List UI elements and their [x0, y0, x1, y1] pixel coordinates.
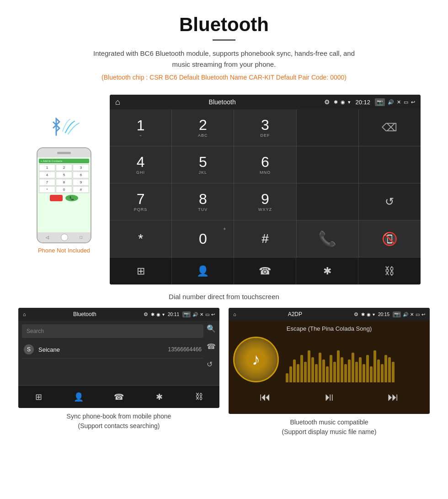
bluetooth-status-icon: ✱ [334, 99, 338, 105]
music-device: ⌂ A2DP ⚙ ✱◉▾ 20:15 📷 🔊 ✕ ▭ ↩ Escape (The… [229, 308, 430, 414]
volume-icon[interactable]: 🔊 [388, 99, 394, 105]
phone-not-included-label: Phone Not Included [38, 247, 90, 254]
contact-row[interactable]: S Seicane 13566664466 [22, 341, 203, 359]
nav-phone[interactable]: ☎ [234, 258, 296, 284]
pb-back[interactable]: ↩ [211, 312, 215, 317]
search-placeholder: Search [27, 328, 44, 334]
main-section: + Add to Contacts 123 456 789 *0# 📞 ◁ □ … [0, 90, 448, 289]
cnav-contacts[interactable]: 👤 [59, 386, 99, 408]
pb-window[interactable]: ▭ [205, 312, 209, 317]
mus-home-icon[interactable]: ⌂ [233, 311, 236, 317]
key-5[interactable]: 5JKL [172, 146, 234, 183]
cnav-link[interactable]: ⛓ [179, 386, 219, 408]
phonebook-block: ⌂ Bluetooth ⚙ ✱◉▾ 20:11 📷 🔊 ✕ ▭ ↩ Search [18, 308, 219, 437]
play-pause-button[interactable]: ⏯ [315, 387, 344, 407]
search-bar[interactable]: Search [22, 324, 203, 338]
key-1[interactable]: 1⌁ [110, 109, 171, 146]
reload-side-icon[interactable]: ↺ [207, 360, 216, 369]
title-divider [213, 39, 235, 41]
music-bar [319, 353, 321, 382]
usb-icon: ⚙ [324, 98, 330, 106]
music-bar [304, 362, 307, 382]
music-bar [388, 357, 391, 382]
dialpad-area: 1⌁ 2ABC 3DEF ⌫ 4GHI 5JKL [110, 109, 421, 257]
music-caption: Bluetooth music compatible (Support disp… [282, 418, 377, 437]
pb-volume[interactable]: 🔊 [192, 312, 198, 317]
mus-back[interactable]: ↩ [421, 312, 425, 317]
phonebook-status-bar: ⌂ Bluetooth ⚙ ✱◉▾ 20:11 📷 🔊 ✕ ▭ ↩ [18, 308, 219, 321]
nav-link[interactable]: ⛓ [358, 258, 421, 284]
music-bar [337, 350, 340, 382]
nav-dialpad[interactable]: ⊞ [110, 258, 172, 284]
phone-screen: + Add to Contacts 123 456 789 *0# 📞 [37, 157, 91, 232]
contact-number: 13566664466 [168, 346, 202, 353]
phonebook-device: ⌂ Bluetooth ⚙ ✱◉▾ 20:11 📷 🔊 ✕ ▭ ↩ Search [18, 308, 219, 408]
status-time: 20:12 [355, 99, 370, 106]
mus-window[interactable]: ▭ [416, 312, 420, 317]
music-bar [315, 364, 318, 382]
page-header: Bluetooth Integrated with BC6 Bluetooth … [0, 0, 448, 90]
nav-contacts[interactable]: 👤 [172, 258, 234, 284]
key-7[interactable]: 7PQRS [110, 183, 171, 220]
side-icons: 🔍 ☎ ↺ [207, 324, 216, 369]
phone-side: + Add to Contacts 123 456 789 *0# 📞 ◁ □ … [27, 113, 101, 254]
home-icon[interactable]: ⌂ [115, 97, 120, 107]
album-art: ♪ [233, 337, 279, 382]
cnav-bluetooth[interactable]: ✱ [139, 386, 179, 408]
pb-caption-2: (Support contacts searching) [78, 422, 160, 429]
music-bar [330, 355, 332, 382]
music-bar [286, 373, 288, 382]
phone-speaker [57, 152, 71, 154]
main-bottom-nav: ⊞ 👤 ☎ ✱ ⛓ [110, 257, 421, 284]
key-call-red[interactable]: 📵 [359, 220, 421, 257]
close-icon[interactable]: ✕ [397, 99, 401, 105]
music-bar [366, 355, 369, 382]
music-bar [355, 362, 358, 382]
key-0[interactable]: 0+ [172, 220, 234, 257]
key-4[interactable]: 4GHI [110, 146, 171, 183]
mus-usb-icon: ⚙ [354, 311, 358, 317]
music-bar [344, 364, 347, 382]
key-empty-3 [359, 146, 421, 183]
mus-time: 20:15 [378, 312, 389, 317]
key-2[interactable]: 2ABC [172, 109, 234, 146]
key-8[interactable]: 8TUV [172, 183, 234, 220]
cnav-dialpad[interactable]: ⊞ [18, 386, 59, 408]
camera-icon[interactable]: 📷 [375, 98, 385, 106]
contacts-spacer [22, 359, 203, 381]
next-button[interactable]: ⏭ [379, 387, 408, 407]
pb-camera[interactable]: 📷 [182, 311, 191, 317]
key-star[interactable]: * [110, 220, 171, 257]
key-9[interactable]: 9WXYZ [234, 183, 296, 220]
key-backspace[interactable]: ⌫ [359, 109, 421, 146]
phone-bottom-bar: ◁ □ [37, 232, 91, 242]
music-visualizer [286, 337, 425, 382]
music-controls: ⏮ ⏯ ⏭ [233, 382, 425, 409]
key-empty-2 [297, 146, 358, 183]
prev-button[interactable]: ⏮ [251, 387, 280, 407]
key-6[interactable]: 6MNO [234, 146, 296, 183]
phone-side-icon[interactable]: ☎ [207, 342, 216, 351]
mus-close[interactable]: ✕ [410, 312, 414, 317]
key-hash[interactable]: # [234, 220, 296, 257]
music-bar [333, 362, 336, 382]
nav-bluetooth[interactable]: ✱ [296, 258, 358, 284]
key-reload[interactable]: ↺ [359, 183, 421, 220]
mus-caption-1: Bluetooth music compatible [290, 419, 368, 426]
cnav-phone[interactable]: ☎ [99, 386, 139, 408]
key-call-green[interactable]: 📞 [297, 220, 358, 257]
music-bar [308, 350, 310, 382]
main-device-title: Bluetooth [124, 98, 321, 106]
main-device-screen: ⌂ Bluetooth ⚙ ✱ ◉ ▾ 20:12 📷 🔊 ✕ ▭ ↩ 1⌁ [110, 95, 421, 284]
mus-volume[interactable]: 🔊 [403, 312, 408, 317]
pb-close[interactable]: ✕ [200, 312, 203, 317]
music-bar [297, 364, 299, 382]
back-icon[interactable]: ↩ [411, 99, 415, 105]
mus-camera[interactable]: 📷 [393, 311, 401, 317]
pb-home-icon[interactable]: ⌂ [23, 311, 26, 317]
music-note-icon: ♪ [252, 350, 260, 369]
key-3[interactable]: 3DEF [234, 109, 296, 146]
search-side-icon[interactable]: 🔍 [207, 324, 216, 333]
music-block: ⌂ A2DP ⚙ ✱◉▾ 20:15 📷 🔊 ✕ ▭ ↩ Escape (The… [229, 308, 430, 437]
window-icon[interactable]: ▭ [404, 99, 408, 105]
